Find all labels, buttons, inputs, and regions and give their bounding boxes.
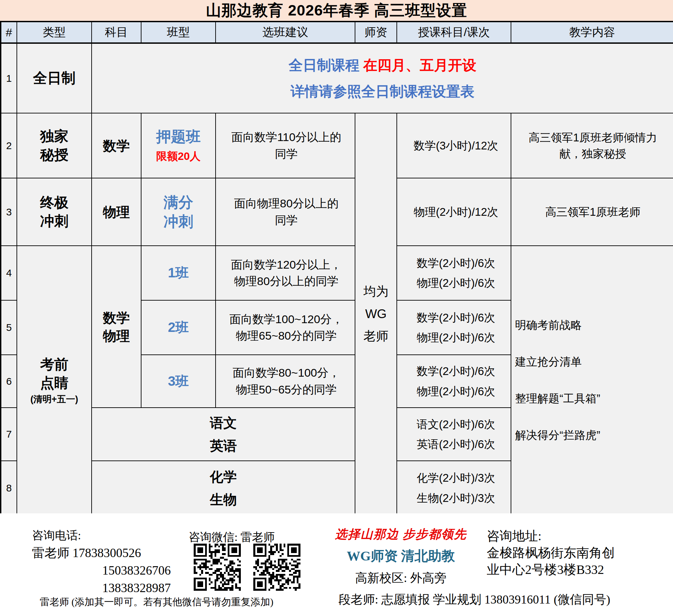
row6-advice: 面向数学80~100分， 物理50~65分的同学	[216, 355, 355, 408]
row1-type: 全日制	[17, 43, 92, 113]
phone-block: 咨询电话: 雷老师 17838300526 15038326706 138383…	[32, 527, 171, 597]
row4-num: 4	[1, 246, 17, 300]
row8-num: 8	[1, 461, 17, 515]
header-content: 教学内容	[511, 22, 673, 43]
header-teacher: 师资	[355, 22, 397, 43]
phone-label: 咨询电话:	[32, 527, 171, 544]
type-main: 考前 点睛	[18, 355, 91, 392]
row5-class: 2班	[141, 300, 216, 355]
team-line: WG师资 清北助教	[320, 547, 482, 565]
header-num: #	[1, 22, 17, 43]
row2-lessons: 数学(3小时)/12次	[397, 113, 511, 178]
table-row: 2 独家 秘授 数学 押题班 限额20人 面向数学110分以上的 同学 均为 W…	[1, 113, 673, 178]
row3-subject: 物理	[92, 178, 141, 246]
wechat-qr-code-1	[194, 544, 241, 591]
row6-num: 6	[1, 355, 17, 408]
campus-line: 高新校区: 外高旁	[320, 570, 482, 586]
subject-merged-cell: 数学 物理	[92, 246, 141, 408]
wechat-label: 咨询微信: 雷老师	[189, 529, 275, 545]
row3-content: 高三领军1原班老师	[511, 178, 673, 246]
notice-red-text: 在四月、五月开设	[363, 57, 476, 73]
row2-num: 2	[1, 113, 17, 178]
row5-lessons: 数学(2小时)/6次 物理(2小时)/6次	[397, 300, 511, 355]
poster-page: 山那边教育 2026年春季 高三班型设置 # 类型 科目 班型 选班建议 师资 …	[0, 0, 673, 616]
row8-lessons: 化学(2小时)/3次 生物(2小时)/3次	[397, 461, 511, 515]
table-row: 1 全日制 全日制课程 在四月、五月开设 详情请参照全日制课程设置表	[1, 43, 673, 113]
row5-advice: 面向数学100~120分， 物理65~80分的同学	[216, 300, 355, 355]
phone-number: 雷老师 17838300526	[32, 544, 171, 562]
address-text: 金梭路枫杨街东南角创 业中心2号楼3楼B332	[487, 544, 615, 578]
notice-blue-text: 全日制课程	[289, 57, 363, 73]
header-class: 班型	[141, 22, 216, 43]
content-line: 建立抢分清单	[515, 354, 673, 370]
row4-class: 1班	[141, 246, 216, 300]
type-merged-cell: 考前 点睛 (清明+五一)	[17, 246, 92, 515]
row4-advice: 面向数学120分以上， 物理80分以上的同学	[216, 246, 355, 300]
row1-num: 1	[1, 43, 17, 113]
address-label: 咨询地址:	[487, 527, 615, 544]
content-line: 解决得分“拦路虎”	[515, 428, 673, 443]
row7-lessons: 语文(2小时)/6次 英语(2小时)/6次	[397, 408, 511, 461]
type-note: (清明+五一)	[18, 393, 91, 405]
duan-teacher-line: 段老师: 志愿填报 学业规划 13803916011 (微信同号)	[339, 591, 610, 608]
row3-advice: 面向物理80分以上的 同学	[216, 178, 355, 246]
slogan-block: 选择山那边 步步都领先 WG师资 清北助教 高新校区: 外高旁	[320, 526, 482, 586]
teacher-merged-cell: 均为 WG 老师	[355, 113, 397, 515]
header-subject: 科目	[92, 22, 141, 43]
notice-line2: 详情请参照全日制课程设置表	[92, 82, 673, 101]
qr-code-icon	[194, 544, 241, 591]
row3-type: 终极 冲刺	[17, 178, 92, 246]
class-name: 押题班	[142, 127, 215, 146]
content-line: 明确考前战略	[515, 318, 673, 333]
row2-content: 高三领军1原班老师倾情力 献，独家秘授	[511, 113, 673, 178]
row2-advice: 面向数学110分以上的 同学	[216, 113, 355, 178]
header-lessons: 授课科目/课次	[397, 22, 511, 43]
header-row: # 类型 科目 班型 选班建议 师资 授课科目/课次 教学内容	[1, 22, 673, 43]
content-merged-cell: 明确考前战略 建立抢分清单 整理解题“工具箱” 解决得分“拦路虎”	[511, 246, 673, 515]
row7-num: 7	[1, 408, 17, 461]
row4-lessons: 数学(2小时)/6次 物理(2小时)/6次	[397, 246, 511, 300]
row2-type: 独家 秘授	[17, 113, 92, 178]
phone-note: 雷老师 (添加其一即可。若有其他微信号请勿重复添加)	[40, 595, 274, 609]
content-merged-lines: 明确考前战略 建立抢分清单 整理解题“工具箱” 解决得分“拦路虎”	[512, 318, 673, 443]
notice-line1: 全日制课程 在四月、五月开设	[92, 56, 673, 75]
row6-lessons: 数学(2小时)/6次 物理(2小时)/6次	[397, 355, 511, 408]
row2-subject: 数学	[92, 113, 141, 178]
row2-class: 押题班 限额20人	[141, 113, 216, 178]
row6-class: 3班	[141, 355, 216, 408]
table-row: 4 考前 点睛 (清明+五一) 数学 物理 1班 面向数学120分以上， 物理8…	[1, 246, 673, 300]
address-block: 咨询地址: 金梭路枫杨街东南角创 业中心2号楼3楼B332	[487, 527, 615, 578]
row7-subjects: 语文 英语	[92, 408, 355, 461]
table-row: 3 终极 冲刺 物理 满分 冲刺 面向物理80分以上的 同学 物理(2小时)/1…	[1, 178, 673, 246]
qr-code-icon	[253, 544, 300, 591]
phone-number: 13838328987	[32, 579, 171, 597]
class-limit-note: 限额20人	[142, 149, 215, 164]
page-title: 山那边教育 2026年春季 高三班型设置	[0, 0, 673, 21]
row8-subjects: 化学 生物	[92, 461, 355, 515]
header-advice: 选班建议	[216, 22, 355, 43]
class-schedule-table: # 类型 科目 班型 选班建议 师资 授课科目/课次 教学内容 1 全日制 全日…	[0, 21, 673, 516]
row3-lessons: 物理(2小时)/12次	[397, 178, 511, 246]
row3-class: 满分 冲刺	[141, 178, 216, 246]
row3-num: 3	[1, 178, 17, 246]
phone-number: 15038326706	[32, 562, 171, 579]
header-type: 类型	[17, 22, 92, 43]
row5-num: 5	[1, 300, 17, 355]
slogan-text: 选择山那边 步步都领先	[320, 526, 482, 543]
row1-notice: 全日制课程 在四月、五月开设 详情请参照全日制课程设置表	[92, 43, 673, 113]
wechat-qr-code-2	[253, 544, 300, 591]
content-line: 整理解题“工具箱”	[515, 391, 673, 406]
footer: 咨询电话: 雷老师 17838300526 15038326706 138383…	[0, 513, 673, 616]
